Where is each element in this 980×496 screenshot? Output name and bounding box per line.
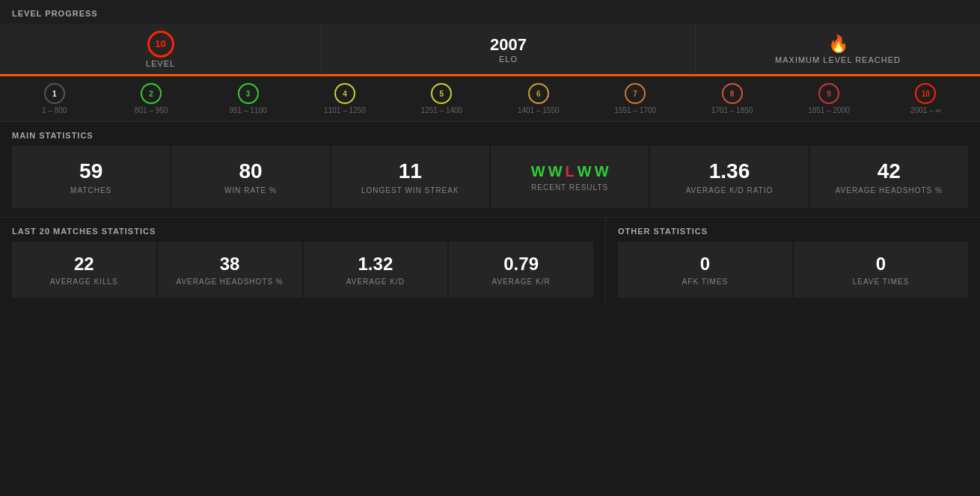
level-step: 2 801 – 950 bbox=[102, 80, 199, 117]
bottom-stat-label: AVERAGE KILLS bbox=[50, 278, 118, 286]
stat-card: 42 AVERAGE HEADSHOTS % bbox=[810, 146, 968, 208]
level-step: 7 1551 – 1700 bbox=[587, 80, 683, 117]
bottom-stat-value: 22 bbox=[74, 254, 94, 275]
level-step-badge: 7 bbox=[625, 83, 646, 104]
stat-value: 1.36 bbox=[709, 159, 750, 183]
stat-value: 11 bbox=[399, 159, 422, 183]
stat-card: 80 WIN RATE % bbox=[171, 146, 329, 208]
stat-label: AVERAGE K/D RATIO bbox=[686, 186, 774, 195]
bottom-stat-card: 1.32 AVERAGE K/D bbox=[304, 242, 448, 298]
level-step-badge: 1 bbox=[44, 83, 65, 104]
stat-label: AVERAGE HEADSHOTS % bbox=[836, 186, 943, 195]
level-progress-label: LEVEL PROGRESS bbox=[0, 0, 980, 24]
max-level-label: MAXIMUM LEVEL REACHED bbox=[775, 55, 901, 64]
main-stats-grid: 59 MATCHES 80 WIN RATE % 11 LONGEST WIN … bbox=[0, 146, 980, 208]
level-step-badge: 8 bbox=[722, 83, 743, 104]
level-step-range: 1701 – 1850 bbox=[711, 106, 753, 114]
stat-card: WWLWW RECENT RESULTS bbox=[491, 146, 649, 208]
bottom-stat-label: AVERAGE K/R bbox=[492, 278, 551, 286]
bottom-stat-value: 0 bbox=[700, 254, 710, 275]
bottom-stat-card: 22 AVERAGE KILLS bbox=[12, 242, 156, 298]
level-step-range: 801 – 950 bbox=[135, 106, 168, 114]
bottom-stat-value: 0 bbox=[876, 254, 886, 275]
level-bar-row: 1 1 – 800 2 801 – 950 3 951 – 1100 4 110… bbox=[0, 76, 980, 121]
level-step-range: 1551 – 1700 bbox=[614, 106, 656, 114]
stat-card: 11 LONGEST WIN STREAK bbox=[331, 146, 489, 208]
main-stats-section: MAIN STATISTICS 59 MATCHES 80 WIN RATE %… bbox=[0, 122, 980, 218]
recent-results: WWLWW bbox=[531, 163, 609, 180]
level-step-range: 1251 – 1400 bbox=[421, 106, 463, 114]
level-box: 10 LEVEL bbox=[0, 24, 322, 74]
level-step-range: 951 – 1100 bbox=[229, 106, 266, 114]
bottom-stat-value: 1.32 bbox=[358, 254, 393, 275]
level-top-row: 10 LEVEL 2007 ELO 🔥 MAXIMUM LEVEL REACHE… bbox=[0, 24, 980, 76]
bottom-stat-card: 38 AVERAGE HEADSHOTS % bbox=[158, 242, 302, 298]
last20-label: LAST 20 MATCHES STATISTICS bbox=[0, 218, 605, 242]
level-step-badge: 4 bbox=[334, 83, 355, 104]
level-step: 3 951 – 1100 bbox=[200, 80, 296, 117]
level-step: 4 1101 – 1250 bbox=[296, 80, 393, 117]
level-step-badge: 3 bbox=[238, 83, 259, 104]
bottom-stat-label: AFK TIMES bbox=[682, 278, 729, 286]
bottom-stat-card: 0.79 AVERAGE K/R bbox=[449, 242, 593, 298]
bottom-stat-card: 0 AFK TIMES bbox=[618, 242, 792, 298]
elo-label: ELO bbox=[499, 55, 518, 64]
level-step-range: 2001 – ∞ bbox=[910, 106, 941, 114]
level-step: 6 1401 – 1550 bbox=[490, 80, 587, 117]
level-step: 8 1701 – 1850 bbox=[684, 80, 780, 117]
bottom-stat-label: AVERAGE K/D bbox=[346, 278, 405, 286]
other-stats-grid: 0 AFK TIMES 0 LEAVE TIMES bbox=[606, 242, 980, 307]
bottom-stat-value: 38 bbox=[220, 254, 240, 275]
result-w: W bbox=[531, 163, 545, 180]
bottom-stat-label: LEAVE TIMES bbox=[853, 278, 910, 286]
bottom-stat-card: 0 LEAVE TIMES bbox=[794, 242, 968, 298]
stat-label: LONGEST WIN STREAK bbox=[361, 186, 459, 195]
stat-card: 59 MATCHES bbox=[12, 146, 170, 208]
result-l: L bbox=[566, 163, 575, 180]
level-step: 10 2001 – ∞ bbox=[878, 80, 974, 117]
other-stats-label: OTHER STATISTICS bbox=[606, 218, 980, 242]
result-w: W bbox=[548, 163, 563, 180]
stat-label: MATCHES bbox=[70, 186, 111, 195]
elo-value: 2007 bbox=[490, 35, 527, 55]
bottom-stat-label: AVERAGE HEADSHOTS % bbox=[176, 278, 283, 286]
level-step-range: 1401 – 1550 bbox=[518, 106, 560, 114]
stat-value: 80 bbox=[239, 159, 262, 183]
stat-card: 1.36 AVERAGE K/D RATIO bbox=[650, 146, 808, 208]
main-stats-label: MAIN STATISTICS bbox=[0, 122, 980, 146]
elo-box: 2007 ELO bbox=[322, 24, 696, 74]
stat-label: RECENT RESULTS bbox=[531, 183, 608, 192]
level-step-badge: 10 bbox=[915, 83, 936, 104]
level-step-badge: 5 bbox=[431, 83, 452, 104]
level-step: 5 1251 – 1400 bbox=[393, 80, 490, 117]
stat-label: WIN RATE % bbox=[224, 186, 277, 195]
level-step-badge: 2 bbox=[141, 83, 162, 104]
last20-grid: 22 AVERAGE KILLS 38 AVERAGE HEADSHOTS % … bbox=[0, 242, 605, 307]
level-label: LEVEL bbox=[146, 59, 175, 68]
other-stats-section: OTHER STATISTICS 0 AFK TIMES 0 LEAVE TIM… bbox=[606, 218, 980, 307]
fire-icon: 🔥 bbox=[828, 34, 848, 54]
level-step: 1 1 – 800 bbox=[6, 80, 102, 117]
level-step-badge: 6 bbox=[528, 83, 549, 104]
last20-section: LAST 20 MATCHES STATISTICS 22 AVERAGE KI… bbox=[0, 218, 606, 307]
result-w: W bbox=[578, 163, 592, 180]
result-w: W bbox=[595, 163, 609, 180]
level-step-range: 1851 – 2000 bbox=[808, 106, 850, 114]
level-value: 10 bbox=[155, 38, 165, 49]
level-progress-section: LEVEL PROGRESS 10 LEVEL 2007 ELO 🔥 MAXIM… bbox=[0, 0, 980, 122]
level-step-range: 1101 – 1250 bbox=[324, 106, 366, 114]
stat-value: 59 bbox=[79, 159, 102, 183]
level-step: 9 1851 – 2000 bbox=[780, 80, 877, 117]
bottom-stat-value: 0.79 bbox=[503, 254, 539, 275]
max-level-box: 🔥 MAXIMUM LEVEL REACHED bbox=[696, 24, 980, 74]
level-step-badge: 9 bbox=[818, 83, 839, 104]
level-step-range: 1 – 800 bbox=[42, 106, 67, 114]
stat-value: 42 bbox=[878, 159, 901, 183]
bottom-sections: LAST 20 MATCHES STATISTICS 22 AVERAGE KI… bbox=[0, 218, 980, 307]
level-badge: 10 bbox=[147, 31, 174, 58]
